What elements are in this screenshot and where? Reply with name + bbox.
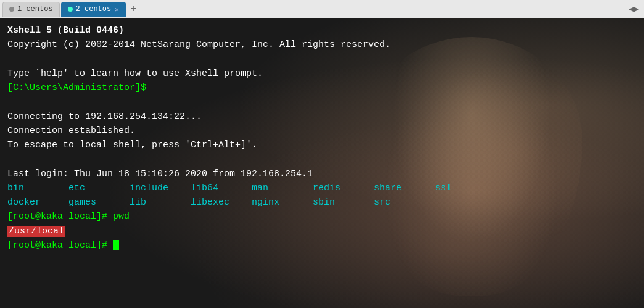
xshell-version: Xshell 5 (Build 0446) [7,25,124,36]
nav-arrows: ◀▶ [629,4,639,14]
cursor-block [113,240,119,250]
terminal-line-blank-1 [7,52,637,67]
escape-hint: To escape to local shell, press 'Ctrl+Al… [7,140,257,150]
root-prompt-2: [root@kaka local]# [7,240,113,251]
terminal-line-7: To escape to local shell, press 'Ctrl+Al… [7,138,637,152]
ls-lib: lib [130,195,185,209]
local-prompt: [C:\Users\Administrator]$ [7,83,146,93]
tab2-dot [68,7,73,12]
terminal-line-2: Copyright (c) 2002-2014 NetSarang Comput… [7,38,637,52]
help-hint: Type `help' to learn how to use Xshell p… [7,68,263,79]
ls-man: man [252,181,307,195]
terminal-line-1: Xshell 5 (Build 0446) [7,23,637,38]
ls-games: games [68,195,124,209]
ls-include: include [130,181,185,195]
ls-redis: redis [313,181,368,195]
add-icon: + [131,4,137,15]
terminal-pwd-output: /usr/local [7,224,637,238]
terminal-line-blank-2 [7,95,637,109]
terminal-line-6: Connection established. [7,124,637,138]
ls-share: share [374,181,429,195]
ls-etc: etc [68,181,124,195]
terminal-ls-row1: bin etc include lib64 man redis share ss… [7,181,637,195]
root-prompt-1: [root@kaka local]# pwd [7,211,130,222]
terminal-final-prompt: [root@kaka local]# [7,238,637,253]
terminal: Xshell 5 (Build 0446) Copyright (c) 2002… [0,18,644,308]
terminal-line-4: [C:\Users\Administrator]$ [7,81,637,95]
ls-docker: docker [7,195,63,209]
ls-libexec: libexec [191,195,246,209]
terminal-content[interactable]: Xshell 5 (Build 0446) Copyright (c) 2002… [0,18,644,308]
terminal-pwd-prompt: [root@kaka local]# pwd [7,209,637,224]
add-tab-button[interactable]: + [127,2,141,16]
tab2-label: 2 centos [76,5,112,14]
ls-bin: bin [7,181,63,195]
tab2-close-icon[interactable]: ✕ [115,6,119,14]
terminal-line-blank-3 [7,152,637,166]
established-line: Connection established. [7,126,135,136]
ls-lib64: lib64 [191,181,246,195]
connecting-line: Connecting to 192.168.254.134:22... [7,111,202,122]
ls-sbin: sbin [313,195,368,209]
tab1-dot [9,7,14,12]
terminal-ls-row2: docker games lib libexec nginx sbin src [7,195,637,209]
ls-nginx: nginx [252,195,307,209]
terminal-line-3: Type `help' to learn how to use Xshell p… [7,67,637,81]
ls-src: src [374,197,390,208]
terminal-line-8: Last login: Thu Jun 18 15:10:26 2020 fro… [7,167,637,181]
tab-2-centos[interactable]: 2 centos ✕ [61,2,126,17]
last-login: Last login: Thu Jun 18 15:10:26 2020 fro… [7,169,313,179]
pwd-result: /usr/local [7,226,65,237]
tab1-label: 1 centos [17,5,53,14]
titlebar: 1 centos 2 centos ✕ + ◀▶ [0,0,644,18]
ls-ssl: ssl [435,183,452,193]
tab-1-centos[interactable]: 1 centos [2,2,60,17]
nav-controls: ◀▶ [629,4,642,14]
copyright-line: Copyright (c) 2002-2014 NetSarang Comput… [7,39,390,50]
terminal-line-5: Connecting to 192.168.254.134:22... [7,110,637,124]
